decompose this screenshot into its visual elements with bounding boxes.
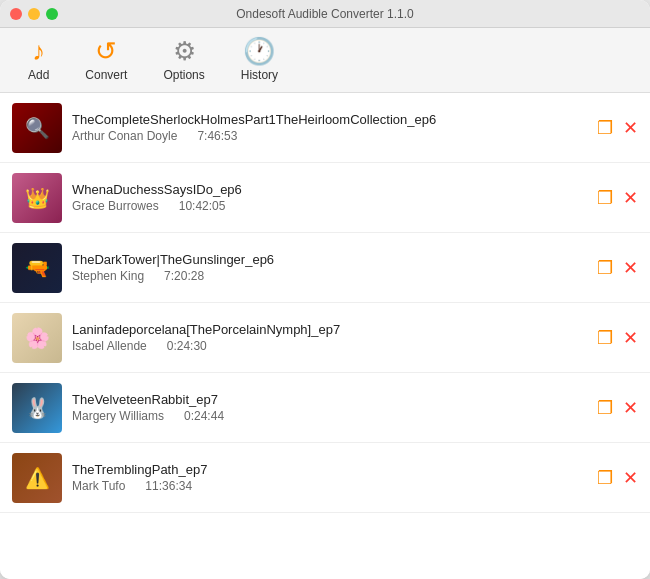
history-button[interactable]: 🕐 History [223, 30, 296, 90]
history-icon: 🕐 [243, 38, 275, 64]
book-title: TheVelveteenRabbit_ep7 [72, 392, 587, 407]
book-meta: Stephen King 7:20:28 [72, 269, 587, 283]
edit-button[interactable]: ❐ [597, 397, 613, 419]
main-window: Ondesoft Audible Converter 1.1.0 ♪ Add ↺… [0, 0, 650, 579]
table-row: 🔫 TheDarkTower|TheGunslinger_ep6 Stephen… [0, 233, 650, 303]
book-meta: Grace Burrowes 10:42:05 [72, 199, 587, 213]
table-row: 👑 WhenaDuchessSaysIDo_ep6 Grace Burrowes… [0, 163, 650, 233]
table-row: 🐰 TheVelveteenRabbit_ep7 Margery William… [0, 373, 650, 443]
convert-button[interactable]: ↺ Convert [67, 30, 145, 90]
add-icon: ♪ [32, 38, 45, 64]
book-cover: 🔫 [12, 243, 62, 293]
delete-button[interactable]: ✕ [623, 397, 638, 419]
convert-label: Convert [85, 68, 127, 82]
close-button[interactable] [10, 8, 22, 20]
book-author: Arthur Conan Doyle [72, 129, 177, 143]
book-duration: 0:24:44 [184, 409, 224, 423]
options-button[interactable]: ⚙ Options [145, 30, 222, 90]
book-author: Mark Tufo [72, 479, 125, 493]
book-duration: 11:36:34 [145, 479, 192, 493]
edit-button[interactable]: ❐ [597, 117, 613, 139]
book-title: Laninfadeporcelana[ThePorcelainNymph]_ep… [72, 322, 587, 337]
table-row: ⚠️ TheTremblingPath_ep7 Mark Tufo 11:36:… [0, 443, 650, 513]
book-cover: 🔍 [12, 103, 62, 153]
cover-image: 🌸 [12, 313, 62, 363]
book-duration: 7:46:53 [197, 129, 237, 143]
delete-button[interactable]: ✕ [623, 257, 638, 279]
book-actions: ❐ ✕ [597, 397, 638, 419]
cover-image: 🔫 [12, 243, 62, 293]
options-label: Options [163, 68, 204, 82]
delete-button[interactable]: ✕ [623, 327, 638, 349]
options-icon: ⚙ [173, 38, 196, 64]
book-actions: ❐ ✕ [597, 117, 638, 139]
book-actions: ❐ ✕ [597, 187, 638, 209]
book-actions: ❐ ✕ [597, 467, 638, 489]
table-row: 🌸 Laninfadeporcelana[ThePorcelainNymph]_… [0, 303, 650, 373]
book-info: TheVelveteenRabbit_ep7 Margery Williams … [72, 392, 587, 423]
delete-button[interactable]: ✕ [623, 467, 638, 489]
book-cover: 👑 [12, 173, 62, 223]
window-controls [10, 8, 58, 20]
book-title: WhenaDuchessSaysIDo_ep6 [72, 182, 587, 197]
book-cover: 🐰 [12, 383, 62, 433]
edit-button[interactable]: ❐ [597, 257, 613, 279]
book-meta: Isabel Allende 0:24:30 [72, 339, 587, 353]
toolbar: ♪ Add ↺ Convert ⚙ Options 🕐 History [0, 28, 650, 93]
cover-image: 👑 [12, 173, 62, 223]
cover-image: 🐰 [12, 383, 62, 433]
book-author: Isabel Allende [72, 339, 147, 353]
minimize-button[interactable] [28, 8, 40, 20]
book-duration: 0:24:30 [167, 339, 207, 353]
book-info: TheDarkTower|TheGunslinger_ep6 Stephen K… [72, 252, 587, 283]
window-title: Ondesoft Audible Converter 1.1.0 [236, 7, 413, 21]
book-author: Grace Burrowes [72, 199, 159, 213]
book-author: Margery Williams [72, 409, 164, 423]
book-info: TheTremblingPath_ep7 Mark Tufo 11:36:34 [72, 462, 587, 493]
maximize-button[interactable] [46, 8, 58, 20]
book-duration: 10:42:05 [179, 199, 226, 213]
book-actions: ❐ ✕ [597, 257, 638, 279]
cover-image: ⚠️ [12, 453, 62, 503]
book-cover: 🌸 [12, 313, 62, 363]
book-meta: Margery Williams 0:24:44 [72, 409, 587, 423]
delete-button[interactable]: ✕ [623, 117, 638, 139]
history-label: History [241, 68, 278, 82]
book-title: TheTremblingPath_ep7 [72, 462, 587, 477]
book-meta: Mark Tufo 11:36:34 [72, 479, 587, 493]
edit-button[interactable]: ❐ [597, 327, 613, 349]
book-info: Laninfadeporcelana[ThePorcelainNymph]_ep… [72, 322, 587, 353]
book-cover: ⚠️ [12, 453, 62, 503]
book-actions: ❐ ✕ [597, 327, 638, 349]
book-title: TheDarkTower|TheGunslinger_ep6 [72, 252, 587, 267]
book-duration: 7:20:28 [164, 269, 204, 283]
book-info: TheCompleteSherlockHolmesPart1TheHeirloo… [72, 112, 587, 143]
edit-button[interactable]: ❐ [597, 467, 613, 489]
table-row: 🔍 TheCompleteSherlockHolmesPart1TheHeirl… [0, 93, 650, 163]
delete-button[interactable]: ✕ [623, 187, 638, 209]
title-bar: Ondesoft Audible Converter 1.1.0 [0, 0, 650, 28]
book-title: TheCompleteSherlockHolmesPart1TheHeirloo… [72, 112, 587, 127]
book-meta: Arthur Conan Doyle 7:46:53 [72, 129, 587, 143]
add-button[interactable]: ♪ Add [10, 30, 67, 90]
edit-button[interactable]: ❐ [597, 187, 613, 209]
cover-image: 🔍 [12, 103, 62, 153]
book-info: WhenaDuchessSaysIDo_ep6 Grace Burrowes 1… [72, 182, 587, 213]
add-label: Add [28, 68, 49, 82]
book-list: 🔍 TheCompleteSherlockHolmesPart1TheHeirl… [0, 93, 650, 579]
convert-icon: ↺ [95, 38, 117, 64]
book-author: Stephen King [72, 269, 144, 283]
